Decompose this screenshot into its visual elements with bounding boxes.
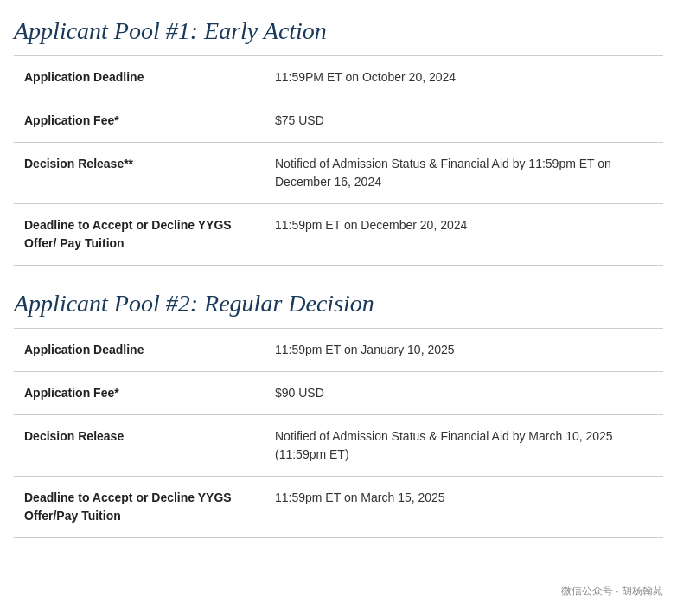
pool1-table: Application Deadline 11:59PM ET on Octob…: [14, 55, 663, 266]
row-label: Application Fee*: [14, 99, 265, 143]
pool2-section: Applicant Pool #2: Regular Decision Appl…: [14, 290, 663, 538]
table-row: Application Fee* $90 USD: [14, 372, 663, 415]
row-value: Notified of Admission Status & Financial…: [265, 143, 663, 204]
row-value: 11:59pm ET on December 20, 2024: [265, 204, 663, 266]
row-label: Deadline to Accept or Decline YYGS Offer…: [14, 477, 265, 538]
row-label: Application Fee*: [14, 372, 265, 415]
table-row: Application Deadline 11:59pm ET on Janua…: [14, 329, 663, 372]
table-row: Deadline to Accept or Decline YYGS Offer…: [14, 477, 663, 538]
row-label: Deadline to Accept or Decline YYGS Offer…: [14, 204, 265, 266]
table-row: Application Fee* $75 USD: [14, 99, 663, 143]
row-value: $75 USD: [265, 99, 663, 143]
pool2-title: Applicant Pool #2: Regular Decision: [14, 290, 663, 318]
row-value: 11:59pm ET on March 15, 2025: [265, 477, 663, 538]
pool1-title: Applicant Pool #1: Early Action: [14, 17, 663, 45]
row-label: Decision Release**: [14, 143, 265, 204]
row-value: Notified of Admission Status & Financial…: [265, 415, 663, 477]
table-row: Decision Release** Notified of Admission…: [14, 143, 663, 204]
row-value: 11:59pm ET on January 10, 2025: [265, 329, 663, 372]
table-row: Application Deadline 11:59PM ET on Octob…: [14, 56, 663, 99]
table-row: Decision Release Notified of Admission S…: [14, 415, 663, 477]
watermark-text: 微信公众号 · 胡杨翰苑: [561, 584, 663, 599]
row-label: Decision Release: [14, 415, 265, 477]
row-value: 11:59PM ET on October 20, 2024: [265, 56, 663, 99]
table-row: Deadline to Accept or Decline YYGS Offer…: [14, 204, 663, 266]
row-value: $90 USD: [265, 372, 663, 415]
row-label: Application Deadline: [14, 329, 265, 372]
pool1-section: Applicant Pool #1: Early Action Applicat…: [14, 17, 663, 266]
row-label: Application Deadline: [14, 56, 265, 99]
pool2-table: Application Deadline 11:59pm ET on Janua…: [14, 328, 663, 538]
